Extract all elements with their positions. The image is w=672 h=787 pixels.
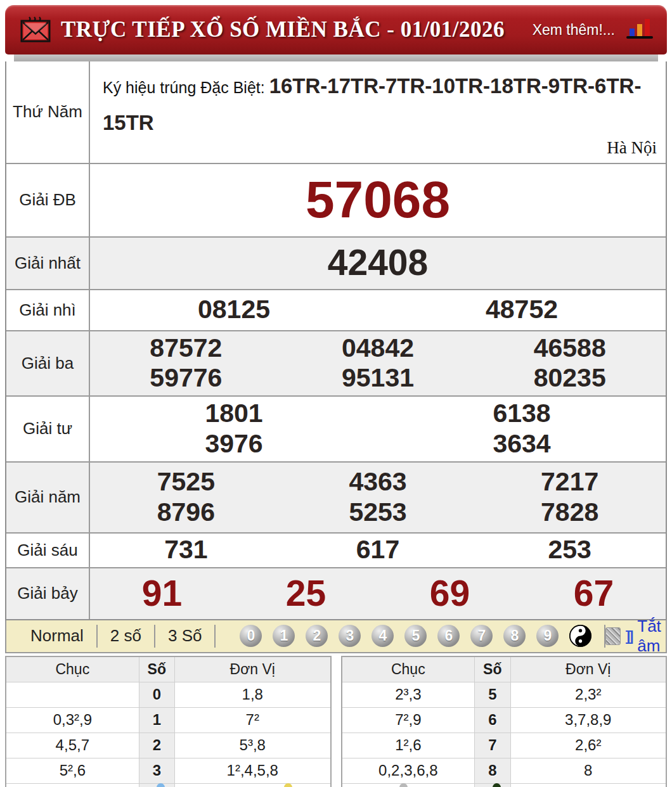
mode-button-2-so[interactable]: 2 số — [98, 626, 154, 646]
mode-button-3-so[interactable]: 3 Số — [155, 626, 215, 646]
stats-table-left: ChụcSốĐơn Vị01,80,3²,917²4,5,725³,85²,63… — [5, 656, 332, 787]
stats-cell-so: 3 — [139, 758, 174, 783]
prize-number-line: 57068 — [90, 170, 666, 229]
prize-values-sau: 731617253 — [90, 534, 666, 567]
prize-row-nhi: Giải nhì0812548752 — [6, 289, 666, 330]
mode-buttons: Normal2 số3 Số — [18, 625, 216, 648]
prize-number: 3634 — [378, 429, 666, 459]
prize-number-line: 875720484246588 — [90, 333, 666, 363]
stats-cell-donvi: 8 — [510, 758, 666, 783]
stats-cell-donvi: 2,6² — [510, 733, 666, 758]
stats-cell-chuc: 0,2,3,6,8 — [342, 758, 475, 783]
clipped-icon — [284, 783, 292, 787]
prize-number: 731 — [90, 535, 282, 565]
prize-number: 04842 — [282, 333, 474, 363]
number-ball-8[interactable]: 8 — [503, 625, 526, 647]
prize-values-nam: 752543637217879652537828 — [90, 463, 666, 532]
prize-label-bay: Giải bảy — [6, 568, 90, 619]
sound-wave-icon: ]] — [626, 628, 633, 644]
prize-number: 57068 — [90, 170, 666, 229]
sign-label: Ký hiệu trúng Đặc Biệt: — [103, 79, 269, 96]
mode-button-normal[interactable]: Normal — [18, 626, 96, 646]
prize-row-tu: Giải tư1801613839763634 — [6, 395, 666, 461]
stats-cell-donvi: 1²,4,5,8 — [175, 758, 331, 783]
prize-number: 3976 — [90, 429, 378, 459]
prize-values-db: 57068 — [90, 164, 666, 236]
number-ball-5[interactable]: 5 — [404, 625, 427, 647]
special-sign-cell: Ký hiệu trúng Đặc Biệt: 16TR-17TR-7TR-10… — [90, 61, 666, 163]
stats-table-right: ChụcSốĐơn Vị2³,352,3²7²,963,7,8,91²,672,… — [341, 656, 668, 787]
stats-cell-chuc: 7²,9 — [342, 707, 475, 733]
prize-number: 69 — [378, 573, 522, 615]
stats-header-so-right: Số — [475, 656, 510, 682]
header-bar: TRỰC TIẾP XỔ SỐ MIỀN BẮC - 01/01/2026 Xe… — [5, 5, 667, 54]
prize-number: 46588 — [474, 333, 666, 363]
prize-values-nhi: 0812548752 — [90, 290, 666, 330]
number-ball-7[interactable]: 7 — [470, 625, 493, 647]
stats-cell-chuc: 1²,6 — [342, 733, 475, 758]
see-more-link[interactable]: Xem thêm!... — [533, 22, 615, 39]
prize-number-line: 731617253 — [90, 535, 666, 565]
yin-yang-icon[interactable] — [569, 625, 591, 647]
prize-number: 95131 — [282, 363, 474, 393]
clipped-footer-icons — [0, 782, 672, 787]
prize-row-db: Giải ĐB57068 — [6, 163, 666, 236]
prize-number-line: 597769513180235 — [90, 363, 666, 393]
number-balls: 0123456789 — [240, 625, 591, 647]
number-ball-2[interactable]: 2 — [306, 625, 328, 647]
prize-number-line: 879652537828 — [90, 497, 666, 527]
stats-cell-donvi: 7² — [175, 707, 331, 733]
stats-cell-donvi: 1,8 — [175, 682, 331, 707]
prize-label-db: Giải ĐB — [6, 164, 90, 236]
special-sign-text: Ký hiệu trúng Đặc Biệt: 16TR-17TR-7TR-10… — [90, 61, 666, 163]
weekday-label: Thứ Năm — [6, 61, 90, 163]
prize-rows: Giải ĐB57068Giải nhất42408Giải nhì081254… — [6, 163, 666, 619]
prize-number: 48752 — [378, 295, 666, 324]
prize-number: 253 — [474, 535, 666, 565]
prize-number-line: 42408 — [90, 242, 666, 284]
number-ball-6[interactable]: 6 — [437, 625, 460, 647]
prize-number: 8796 — [90, 497, 282, 527]
number-ball-9[interactable]: 9 — [536, 625, 559, 647]
prize-number: 7828 — [474, 497, 666, 527]
stats-cell-donvi: 3,7,8,9 — [510, 707, 666, 733]
stats-cell-chuc: 5²,6 — [6, 758, 139, 783]
number-ball-3[interactable]: 3 — [339, 625, 361, 647]
number-ball-0[interactable]: 0 — [240, 625, 262, 647]
prize-number: 7525 — [90, 467, 282, 497]
stats-header-donvi-left: Đơn Vị — [175, 656, 331, 682]
prize-number: 59776 — [90, 363, 282, 393]
stats-header-chuc-left: Chục — [6, 656, 139, 682]
stats-row-digit-3: 5²,631²,4,5,8 — [6, 758, 331, 783]
stats-cell-chuc: 2³,3 — [342, 682, 475, 707]
prize-label-nhat: Giải nhất — [6, 238, 90, 289]
bar-chart-icon[interactable] — [624, 16, 656, 43]
results-table: Thứ Năm Ký hiệu trúng Đặc Biệt: 16TR-17T… — [5, 61, 667, 620]
stats-cell-chuc — [6, 682, 139, 707]
stats-cell-so: 0 — [139, 682, 174, 707]
stats-row-digit-1: 0,3²,917² — [6, 707, 331, 733]
mute-button[interactable]: ]] Tắt âm — [605, 617, 669, 656]
number-ball-1[interactable]: 1 — [273, 625, 295, 647]
stats-header-chuc-right: Chục — [342, 656, 475, 682]
clipped-icon — [399, 783, 408, 787]
prize-number: 42408 — [90, 242, 666, 284]
separator — [214, 625, 216, 648]
prize-number: 87572 — [90, 333, 282, 363]
prize-number-line: 91256967 — [90, 573, 666, 615]
prize-label-tu: Giải tư — [6, 397, 90, 461]
prize-values-nhat: 42408 — [90, 238, 666, 289]
prize-number-line: 18016138 — [90, 399, 666, 428]
prize-number: 1801 — [90, 399, 378, 428]
prize-row-ba: Giải ba875720484246588597769513180235 — [6, 330, 666, 395]
number-ball-4[interactable]: 4 — [372, 625, 394, 647]
digit-stats: ChụcSốĐơn Vị01,80,3²,917²4,5,725³,85²,63… — [5, 656, 667, 787]
stats-row-digit-8: 0,2,3,6,888 — [342, 758, 667, 783]
prize-number-line: 39763634 — [90, 429, 666, 459]
province-label: Hà Nội — [607, 138, 657, 158]
prize-number: 5253 — [282, 497, 474, 527]
prize-number: 6138 — [378, 399, 666, 428]
stats-header-so-left: Số — [139, 656, 174, 682]
envelope-icon — [19, 12, 52, 48]
control-bar: Normal2 số3 Số 0123456789 ]] Tắt âm — [5, 620, 667, 653]
